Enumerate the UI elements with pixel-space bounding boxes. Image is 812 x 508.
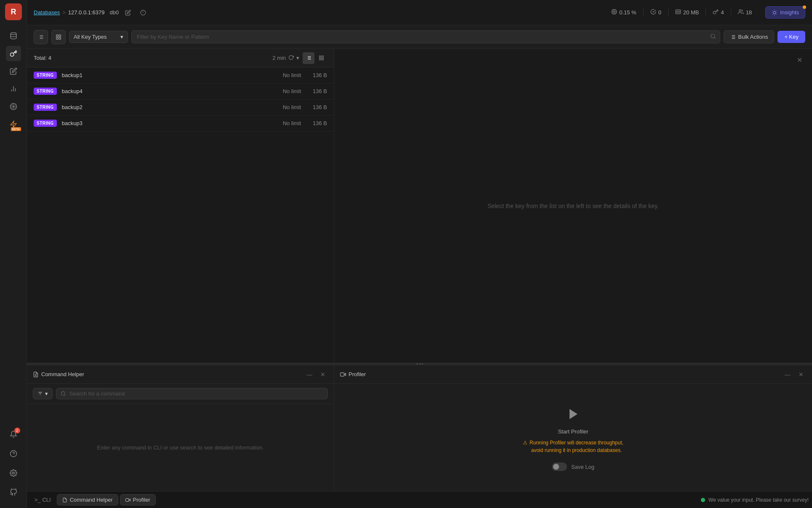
memory-value: 20 MB (683, 9, 699, 16)
profiler-title: Profiler (340, 371, 779, 377)
svg-rect-58 (322, 56, 323, 58)
svg-rect-57 (319, 56, 321, 58)
svg-point-2 (11, 33, 16, 35)
survey-message: We value your input. Please take our sur… (708, 497, 809, 503)
key-ttl: No limit (267, 88, 301, 94)
command-helper-tab[interactable]: Command Helper (57, 494, 118, 505)
svg-point-12 (12, 472, 14, 474)
profiler-header: Profiler — ✕ (334, 365, 812, 384)
close-detail-button[interactable]: ✕ (793, 54, 805, 66)
close-command-helper-button[interactable]: ✕ (318, 369, 328, 380)
table-row[interactable]: STRING backup3 No limit 136 B (27, 115, 334, 131)
sidebar-item-analytics[interactable] (6, 81, 21, 96)
svg-rect-60 (319, 59, 321, 60)
key-type-select[interactable]: All Key Types ▾ (69, 31, 128, 43)
split-pane: Total: 4 2 min ▾ (27, 49, 812, 363)
beta-badge: BETA (11, 127, 21, 131)
save-log-toggle[interactable] (552, 463, 567, 471)
sidebar-item-settings[interactable] (6, 465, 21, 481)
sidebar-item-keys[interactable] (6, 46, 21, 61)
key-toolbar: All Key Types ▾ Bulk Actions + Key (27, 25, 812, 49)
view-toggle (303, 52, 327, 64)
bulk-actions-button[interactable]: Bulk Actions (724, 30, 775, 43)
profiler-tab[interactable]: Profiler (120, 494, 156, 505)
users-icon (738, 9, 744, 16)
cli-tab[interactable]: >_ CLI (30, 495, 55, 505)
breadcrumb-separator: > (62, 9, 66, 16)
table-row[interactable]: STRING backup2 No limit 136 B (27, 99, 334, 115)
app-logo[interactable]: R (5, 3, 22, 20)
sidebar-item-triggers[interactable]: BETA (6, 117, 21, 132)
minimize-command-helper-button[interactable]: — (304, 369, 314, 380)
insights-dot (803, 5, 806, 9)
chevron-down-icon[interactable]: ▾ (296, 55, 299, 61)
save-log-row: Save Log (552, 463, 594, 471)
filter-input[interactable] (131, 30, 720, 43)
list-view-button[interactable] (303, 52, 314, 64)
table-row[interactable]: STRING backup4 No limit 136 B (27, 83, 334, 99)
key-size: 136 B (306, 72, 327, 78)
tree-view-icon-btn[interactable] (51, 30, 66, 44)
left-panel: Total: 4 2 min ▾ (27, 49, 334, 363)
command-helper-header: Command Helper — ✕ (27, 365, 334, 384)
edit-connection-button[interactable] (122, 7, 134, 19)
command-search-wrap (56, 388, 328, 399)
command-filter-button[interactable]: ▾ (33, 388, 53, 399)
svg-marker-74 (129, 499, 130, 501)
svg-marker-71 (344, 373, 346, 376)
insights-label: Insights (780, 9, 799, 16)
close-profiler-button[interactable]: ✕ (796, 369, 806, 380)
key-type-badge: STRING (34, 72, 57, 79)
cpu-value: 0.15 % (619, 9, 636, 16)
svg-point-6 (13, 106, 14, 107)
sidebar-item-databases[interactable] (6, 28, 21, 43)
start-profiler-button[interactable] (563, 404, 583, 424)
svg-rect-59 (322, 59, 323, 60)
search-icon (61, 391, 66, 396)
sidebar-item-help[interactable] (6, 446, 21, 461)
add-key-button[interactable]: + Key (777, 31, 805, 43)
svg-point-63 (421, 363, 423, 364)
detail-empty-message: Select the key from the list on the left… (334, 49, 812, 363)
sidebar-item-pubsub[interactable] (6, 99, 21, 114)
search-icon (710, 33, 716, 40)
key-ttl: No limit (267, 120, 301, 126)
svg-point-61 (416, 363, 418, 364)
svg-rect-40 (59, 35, 61, 36)
tree-view-button[interactable] (315, 52, 327, 64)
total-label: Total: 4 (34, 55, 269, 61)
svg-point-69 (61, 392, 65, 396)
key-ttl: No limit (267, 104, 301, 110)
svg-line-44 (714, 37, 715, 39)
cpu-stat: 0.15 % (604, 9, 643, 16)
sidebar-item-workbench[interactable] (6, 64, 21, 79)
db-label: db0 (110, 9, 119, 16)
save-log-label: Save Log (571, 464, 594, 470)
key-size: 136 B (306, 104, 327, 110)
list-view-icon-btn[interactable] (34, 30, 48, 44)
sidebar-item-github[interactable] (6, 485, 21, 500)
refresh-icon[interactable] (288, 55, 294, 61)
table-row[interactable]: STRING backup1 No limit 136 B (27, 67, 334, 83)
svg-rect-75 (125, 498, 129, 501)
info-button[interactable] (137, 7, 149, 19)
svg-point-43 (711, 34, 714, 38)
minimize-profiler-button[interactable]: — (783, 369, 793, 380)
keys-icon (713, 9, 719, 16)
svg-rect-39 (56, 35, 58, 36)
profiler-warning: ⚠ Running Profiler will decrease through… (523, 439, 623, 454)
svg-line-70 (64, 395, 65, 396)
command-search-input[interactable] (69, 390, 323, 397)
databases-link[interactable]: Databases (34, 9, 60, 16)
insights-button[interactable]: Insights (765, 6, 805, 19)
bottom-tabbar: >_ CLI Command Helper Profiler We value … (27, 491, 812, 508)
key-name: backup1 (62, 72, 262, 78)
sidebar-item-notifications[interactable]: 2 (6, 427, 21, 442)
sidebar: R BETA 2 (0, 0, 27, 508)
chevron-down-icon: ▾ (120, 34, 123, 40)
refresh-time: 2 min (272, 55, 286, 61)
svg-point-62 (419, 363, 420, 364)
survey-bar: We value your input. Please take our sur… (701, 497, 809, 503)
svg-point-7 (11, 105, 15, 109)
filter-input-wrap (131, 30, 720, 43)
